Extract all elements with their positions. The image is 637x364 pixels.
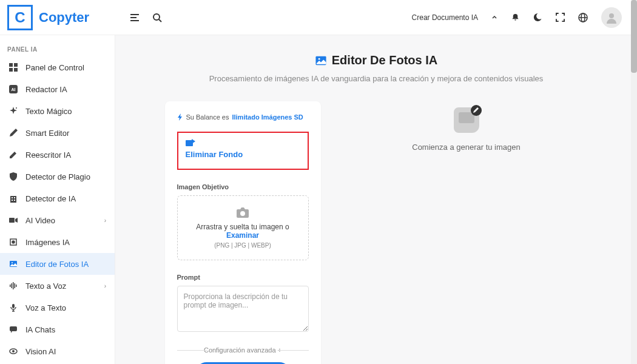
- video-icon: [8, 215, 18, 225]
- svg-rect-17: [12, 197, 13, 198]
- generate-button[interactable]: Generar: [196, 362, 290, 365]
- bell-icon[interactable]: [511, 13, 520, 22]
- svg-point-15: [16, 107, 17, 109]
- advanced-config-toggle[interactable]: Configuración avanzada +: [177, 346, 309, 354]
- chevron-right-icon: ›: [104, 217, 106, 224]
- page-title: Editor De Fotos IA: [315, 53, 437, 67]
- nav-label: IA Chats: [25, 325, 55, 334]
- globe-icon[interactable]: [578, 13, 588, 22]
- image-dropzone[interactable]: Arrastra y suelta tu imagen o Examinar (…: [177, 195, 309, 260]
- controls-panel: Su Balance es Ilimitado Imágenes SD Elim…: [165, 101, 321, 365]
- page-subtitle: Procesamiento de imágenes IA de vanguard…: [140, 74, 613, 83]
- nav-label: Panel de Control: [25, 63, 84, 72]
- svg-point-39: [240, 211, 245, 216]
- edit-badge-icon: [471, 105, 482, 116]
- scrollbar-thumb[interactable]: [631, 0, 637, 73]
- prompt-input[interactable]: [177, 286, 309, 332]
- nav-label: AI Video: [25, 216, 55, 225]
- sidebar-item-reescritor[interactable]: Reescritor IA: [0, 144, 115, 166]
- nav-label: Vision AI: [25, 347, 56, 356]
- header: C Copyter Crear Documento IA: [0, 0, 631, 35]
- moon-icon[interactable]: [533, 13, 542, 22]
- sidebar-section-label: PANEL IA: [0, 35, 115, 56]
- nav-label: Detector de IA: [25, 194, 76, 203]
- tool-label: Eliminar Fondo: [186, 150, 300, 159]
- sidebar-item-vision[interactable]: Vision AI: [0, 340, 115, 362]
- dashboard-icon: [8, 62, 18, 72]
- sidebar-item-editor-fotos[interactable]: Editor de Fotos IA: [0, 253, 115, 275]
- target-image-label: Imagen Objetivo: [177, 183, 309, 190]
- svg-rect-16: [10, 196, 16, 203]
- sidebar-item-plagio[interactable]: Detector de Plagio: [0, 166, 115, 187]
- prompt-label: Prompt: [177, 274, 309, 281]
- brand-name: Copyter: [39, 10, 89, 25]
- pen-icon: [8, 128, 18, 138]
- nav-label: Reescritor IA: [25, 150, 71, 160]
- svg-line-4: [159, 19, 161, 22]
- preview-placeholder-text: Comienza a generar tu imagen: [412, 143, 521, 152]
- svg-rect-19: [12, 200, 13, 201]
- sidebar-item-ai-video[interactable]: AI Video ›: [0, 209, 115, 231]
- sidebar-item-smart-editor[interactable]: Smart Editor: [0, 122, 115, 144]
- nav-label: Redactor IA: [25, 85, 67, 94]
- nav-label: Voz a Texto: [25, 303, 66, 312]
- sidebar-item-voz-texto[interactable]: Voz a Texto: [0, 297, 115, 318]
- dropzone-text: Arrastra y suelta tu imagen o Examinar: [184, 223, 302, 240]
- nav-label: Editor de Fotos IA: [25, 260, 89, 269]
- eye-icon: [8, 346, 18, 356]
- sidebar: PANEL IA Panel de Control AI Redactor IA…: [0, 0, 115, 364]
- svg-rect-0: [130, 14, 139, 15]
- mic-icon: [8, 303, 18, 312]
- remove-bg-icon: [186, 139, 300, 147]
- photo-icon: [8, 259, 18, 269]
- svg-rect-18: [14, 197, 15, 198]
- placeholder-image-icon: [454, 107, 479, 133]
- chevron-up-icon[interactable]: [491, 15, 497, 21]
- fullscreen-icon[interactable]: [556, 13, 565, 22]
- svg-rect-10: [14, 63, 18, 67]
- svg-rect-20: [14, 200, 15, 201]
- browse-link[interactable]: Examinar: [226, 231, 259, 240]
- sidebar-item-detector-ia[interactable]: Detector de IA: [0, 187, 115, 209]
- building-icon: [8, 194, 18, 203]
- sidebar-item-texto-magico[interactable]: Texto Mágico: [0, 100, 115, 122]
- dropzone-formats: (PNG | JPG | WEBP): [184, 242, 302, 249]
- svg-rect-27: [12, 283, 13, 288]
- sidebar-item-imagenes[interactable]: Imágenes IA: [0, 231, 115, 253]
- svg-text:AI: AI: [12, 87, 16, 92]
- sidebar-item-panel-control[interactable]: Panel de Control: [0, 56, 115, 78]
- svg-rect-32: [10, 326, 17, 331]
- tool-selector[interactable]: Eliminar Fondo: [177, 132, 309, 170]
- svg-point-34: [12, 350, 15, 352]
- svg-rect-9: [9, 63, 13, 67]
- svg-rect-31: [12, 304, 15, 308]
- sidebar-item-texto-voz[interactable]: Texto a Voz ›: [0, 275, 115, 297]
- create-doc-label[interactable]: Crear Documento IA: [412, 13, 478, 22]
- nav-label: Detector de Plagio: [25, 172, 90, 181]
- nav-label: Imágenes IA: [25, 238, 70, 247]
- main-content: Editor De Fotos IA Procesamiento de imág…: [115, 0, 637, 364]
- sidebar-item-chats[interactable]: IA Chats: [0, 318, 115, 340]
- sidebar-item-redactor[interactable]: AI Redactor IA: [0, 78, 115, 100]
- svg-rect-26: [10, 285, 11, 287]
- logo-icon: C: [7, 5, 33, 30]
- menu-toggle-icon[interactable]: [130, 13, 140, 22]
- svg-point-8: [609, 13, 614, 18]
- avatar[interactable]: [601, 7, 622, 28]
- shield-icon: [8, 172, 18, 181]
- scrollbar[interactable]: [631, 0, 637, 364]
- balance-info: Su Balance es Ilimitado Imágenes SD: [177, 113, 309, 121]
- svg-point-3: [153, 14, 160, 20]
- svg-rect-28: [13, 282, 14, 289]
- logo[interactable]: C Copyter: [0, 5, 115, 30]
- preview-panel: Comienza a generar tu imagen: [345, 101, 588, 365]
- image-frame-icon: [8, 237, 18, 247]
- svg-rect-2: [130, 20, 139, 21]
- sparkle-icon: [8, 106, 18, 116]
- svg-rect-11: [9, 68, 13, 72]
- search-icon[interactable]: [152, 13, 162, 22]
- svg-rect-29: [15, 283, 16, 288]
- svg-rect-1: [130, 17, 136, 18]
- svg-rect-12: [14, 68, 18, 72]
- photo-icon: [315, 55, 327, 67]
